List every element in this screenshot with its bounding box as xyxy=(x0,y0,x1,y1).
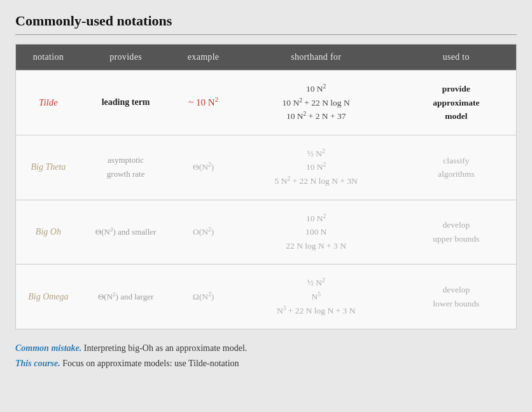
page-title: Commonly-used notations xyxy=(15,13,517,35)
shorthand-bigtheta: ½ N2 10 N2 5 N2 + 22 N log N + 3N xyxy=(236,135,396,200)
header-example: example xyxy=(171,45,235,71)
shorthand-bigomega: ½ N2 N5 N3 + 22 N log N + 3 N xyxy=(236,264,396,329)
provides-bigomega: Θ(N2) and larger xyxy=(81,264,171,329)
notation-bigoh: Big Oh xyxy=(16,200,81,264)
notation-tilde: Tilde xyxy=(16,71,81,135)
notation-bigtheta: Big Theta xyxy=(16,135,81,200)
this-course-label: This course. xyxy=(15,359,60,368)
table-header-row: notation provides example shorthand for … xyxy=(16,45,517,71)
this-course-text: Focus on approximate models: use Tilde-n… xyxy=(60,359,239,368)
common-mistake-label: Common mistake. xyxy=(15,343,81,353)
usedto-bigtheta: classifyalgorithms xyxy=(396,135,517,200)
header-provides: provides xyxy=(81,45,171,71)
table-row: Tilde leading term ~ 10 N2 10 N2 10 N2 +… xyxy=(16,71,517,135)
provides-bigtheta: asymptoticgrowth rate xyxy=(81,135,171,200)
notation-bigomega: Big Omega xyxy=(16,264,81,329)
table-row: Big Oh Θ(N2) and smaller O(N2) 10 N2 100… xyxy=(16,200,517,264)
footer-common-line: Common mistake. Interpreting big-Oh as a… xyxy=(15,341,517,356)
header-shorthand: shorthand for xyxy=(236,45,396,71)
common-mistake-text: Interpreting big-Oh as an approximate mo… xyxy=(81,343,247,353)
example-bigtheta: Θ(N2) xyxy=(171,135,235,200)
usedto-bigomega: developlower bounds xyxy=(396,264,517,329)
shorthand-tilde: 10 N2 10 N2 + 22 N log N 10 N2 + 2 N + 3… xyxy=(236,71,396,135)
provides-bigoh: Θ(N2) and smaller xyxy=(81,200,171,264)
header-usedto: used to xyxy=(396,45,517,71)
footer: Common mistake. Interpreting big-Oh as a… xyxy=(15,341,517,371)
header-notation: notation xyxy=(16,45,81,71)
usedto-bigoh: developupper bounds xyxy=(396,200,517,264)
footer-course-line: This course. Focus on approximate models… xyxy=(15,356,517,371)
notations-table: notation provides example shorthand for … xyxy=(15,44,517,329)
provides-tilde: leading term xyxy=(81,71,171,135)
table-row: Big Omega Θ(N2) and larger Ω(N2) ½ N2 N5… xyxy=(16,264,517,329)
usedto-tilde: provideapproximatemodel xyxy=(396,71,517,135)
table-row: Big Theta asymptoticgrowth rate Θ(N2) ½ … xyxy=(16,135,517,200)
shorthand-bigoh: 10 N2 100 N 22 N log N + 3 N xyxy=(236,200,396,264)
example-tilde: ~ 10 N2 xyxy=(171,71,235,135)
example-bigomega: Ω(N2) xyxy=(171,264,235,329)
example-bigoh: O(N2) xyxy=(171,200,235,264)
